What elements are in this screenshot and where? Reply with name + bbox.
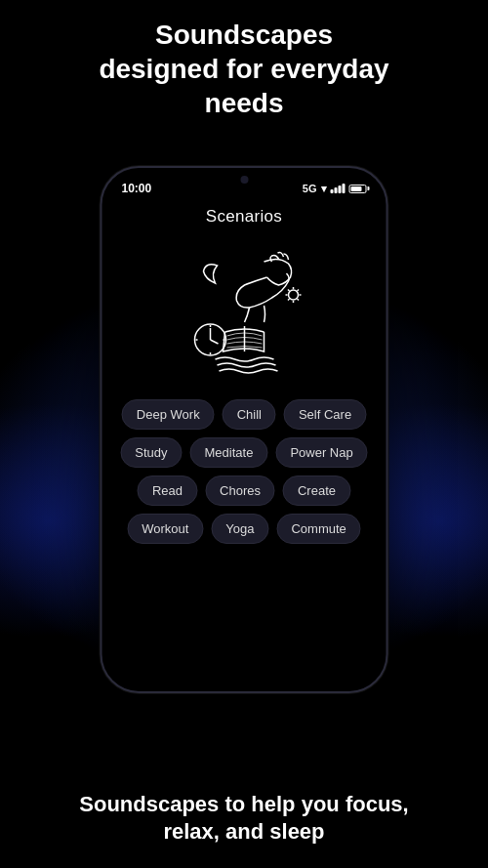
scenarios-illustration <box>156 234 332 386</box>
svg-point-0 <box>288 290 298 300</box>
chip-chores[interactable]: Chores <box>205 475 275 506</box>
svg-line-7 <box>297 290 299 292</box>
phone-mockup: 10:00 5G ▾ Scenarios <box>101 166 388 693</box>
screen-content: Scenarios <box>102 199 386 691</box>
status-time: 10:00 <box>122 182 152 195</box>
svg-line-8 <box>288 299 290 301</box>
chip-yoga[interactable]: Yoga <box>211 514 268 544</box>
chip-read[interactable]: Read <box>138 475 197 506</box>
chip-meditate[interactable]: Meditate <box>190 437 268 468</box>
network-label: 5G <box>303 183 317 194</box>
signal-bar-2 <box>335 187 338 193</box>
chip-deep-work[interactable]: Deep Work <box>122 399 215 430</box>
wifi-icon: ▾ <box>321 183 327 195</box>
signal-bar-1 <box>331 189 334 193</box>
phone-screen: 10:00 5G ▾ Scenarios <box>102 168 386 691</box>
scenarios-title: Scenarios <box>206 207 282 227</box>
svg-line-5 <box>288 290 290 292</box>
headline: Soundscapes designed for everyday needs <box>0 18 488 120</box>
battery-icon <box>349 185 367 193</box>
svg-line-12 <box>210 340 218 344</box>
chip-power-nap[interactable]: Power Nap <box>275 437 367 468</box>
signal-bar-3 <box>339 186 342 193</box>
phone-notch <box>200 168 288 189</box>
chips-row-1: Deep Work Chill Self Care <box>122 399 366 430</box>
status-icons: 5G ▾ <box>303 183 367 195</box>
camera-dot <box>240 176 248 184</box>
svg-line-6 <box>297 299 299 301</box>
chip-create[interactable]: Create <box>283 475 350 506</box>
signal-bar-4 <box>343 184 346 193</box>
chip-commute[interactable]: Commute <box>276 514 360 544</box>
chips-row-4: Workout Yoga Commute <box>127 514 361 544</box>
chip-workout[interactable]: Workout <box>127 514 203 544</box>
chips-container: Deep Work Chill Self Care Study Meditate… <box>102 399 386 544</box>
chips-row-2: Study Meditate Power Nap <box>120 437 367 468</box>
chips-row-3: Read Chores Create <box>138 475 350 506</box>
phone-outer-shell: 10:00 5G ▾ Scenarios <box>101 166 388 693</box>
battery-fill <box>351 186 362 191</box>
footer-text: Soundscapes to help you focus, relax, an… <box>0 791 488 847</box>
chip-self-care[interactable]: Self Care <box>284 399 366 430</box>
chip-chill[interactable]: Chill <box>223 399 276 430</box>
signal-bars-icon <box>331 184 346 193</box>
chip-study[interactable]: Study <box>120 437 182 468</box>
